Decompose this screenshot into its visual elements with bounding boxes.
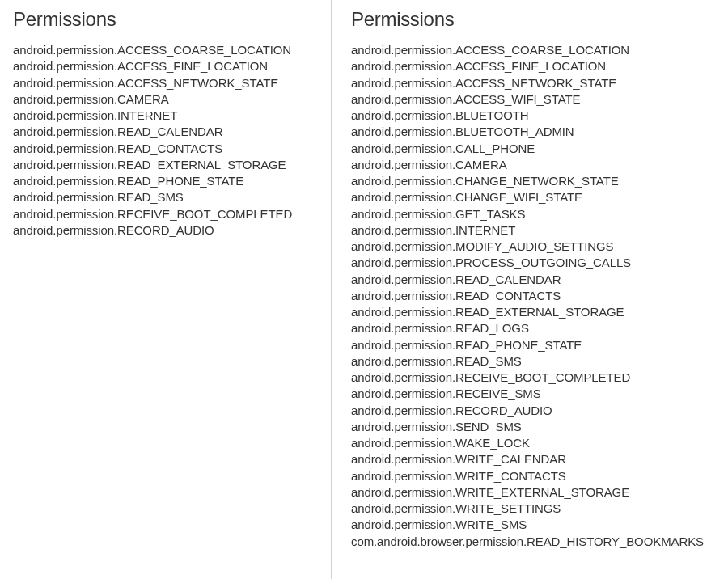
permission-item: android.permission.CAMERA <box>351 157 715 173</box>
permission-item: android.permission.READ_EXTERNAL_STORAGE <box>351 304 715 320</box>
permission-item: android.permission.READ_CONTACTS <box>351 288 715 304</box>
permission-item: android.permission.ACCESS_COARSE_LOCATIO… <box>13 42 318 58</box>
permission-item: android.permission.WRITE_CALENDAR <box>351 451 715 467</box>
permission-item: android.permission.ACCESS_NETWORK_STATE <box>13 75 318 91</box>
permission-item: android.permission.WRITE_SETTINGS <box>351 501 715 517</box>
permissions-heading-left: Permissions <box>13 8 318 31</box>
permission-item: android.permission.RECEIVE_BOOT_COMPLETE… <box>13 206 318 222</box>
permission-item: android.permission.RECORD_AUDIO <box>351 403 715 419</box>
permissions-list-left: android.permission.ACCESS_COARSE_LOCATIO… <box>13 42 318 239</box>
permission-item: android.permission.RECEIVE_SMS <box>351 386 715 402</box>
permission-item: android.permission.MODIFY_AUDIO_SETTINGS <box>351 239 715 255</box>
permission-item: android.permission.RECORD_AUDIO <box>13 222 318 239</box>
permission-item: android.permission.INTERNET <box>13 108 318 124</box>
permission-item: android.permission.ACCESS_COARSE_LOCATIO… <box>351 42 715 58</box>
permission-item: android.permission.READ_SMS <box>351 353 715 370</box>
permission-item: android.permission.CHANGE_WIFI_STATE <box>351 189 715 205</box>
permission-item: android.permission.READ_CALENDAR <box>351 272 715 288</box>
permissions-list-right: android.permission.ACCESS_COARSE_LOCATIO… <box>351 42 715 550</box>
permission-item: android.permission.SEND_SMS <box>351 419 715 435</box>
permission-item: android.permission.READ_PHONE_STATE <box>13 173 318 189</box>
permission-item: android.permission.BLUETOOTH <box>351 108 715 124</box>
permission-item: android.permission.ACCESS_NETWORK_STATE <box>351 75 715 91</box>
permissions-heading-right: Permissions <box>351 8 715 31</box>
permission-item: android.permission.RECEIVE_BOOT_COMPLETE… <box>351 370 715 386</box>
permissions-column-right: Permissions android.permission.ACCESS_CO… <box>332 0 728 579</box>
permission-item: android.permission.ACCESS_FINE_LOCATION <box>13 58 318 74</box>
permission-item: android.permission.CHANGE_NETWORK_STATE <box>351 173 715 189</box>
permissions-column-left: Permissions android.permission.ACCESS_CO… <box>0 0 332 579</box>
permission-item: android.permission.PROCESS_OUTGOING_CALL… <box>351 255 715 271</box>
permission-item: android.permission.ACCESS_WIFI_STATE <box>351 91 715 108</box>
permission-item: android.permission.READ_CALENDAR <box>13 124 318 140</box>
permission-item: android.permission.READ_EXTERNAL_STORAGE <box>13 157 318 173</box>
permission-item: android.permission.READ_LOGS <box>351 320 715 336</box>
permission-item: android.permission.READ_CONTACTS <box>13 141 318 157</box>
permission-item: android.permission.WRITE_EXTERNAL_STORAG… <box>351 484 715 501</box>
permission-item: android.permission.BLUETOOTH_ADMIN <box>351 124 715 140</box>
permission-item: android.permission.CAMERA <box>13 91 318 108</box>
permission-item: android.permission.CALL_PHONE <box>351 141 715 157</box>
permission-item: android.permission.WAKE_LOCK <box>351 435 715 451</box>
permission-item: android.permission.READ_SMS <box>13 189 318 205</box>
permission-item: android.permission.WRITE_CONTACTS <box>351 468 715 484</box>
permission-item: android.permission.ACCESS_FINE_LOCATION <box>351 58 715 74</box>
permission-item: android.permission.READ_PHONE_STATE <box>351 337 715 353</box>
permission-item: android.permission.GET_TASKS <box>351 206 715 222</box>
permission-item: android.permission.INTERNET <box>351 222 715 239</box>
permission-item: android.permission.WRITE_SMS <box>351 517 715 533</box>
permission-item: com.android.browser.permission.READ_HIST… <box>351 534 715 550</box>
